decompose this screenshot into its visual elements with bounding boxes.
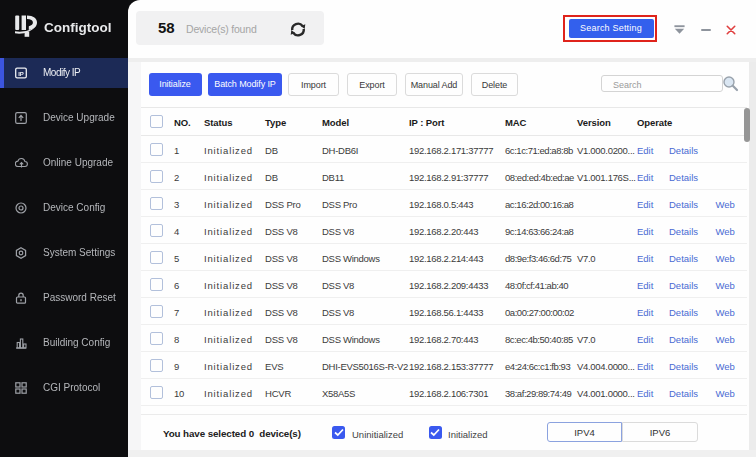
svg-text:IP: IP bbox=[18, 71, 24, 77]
